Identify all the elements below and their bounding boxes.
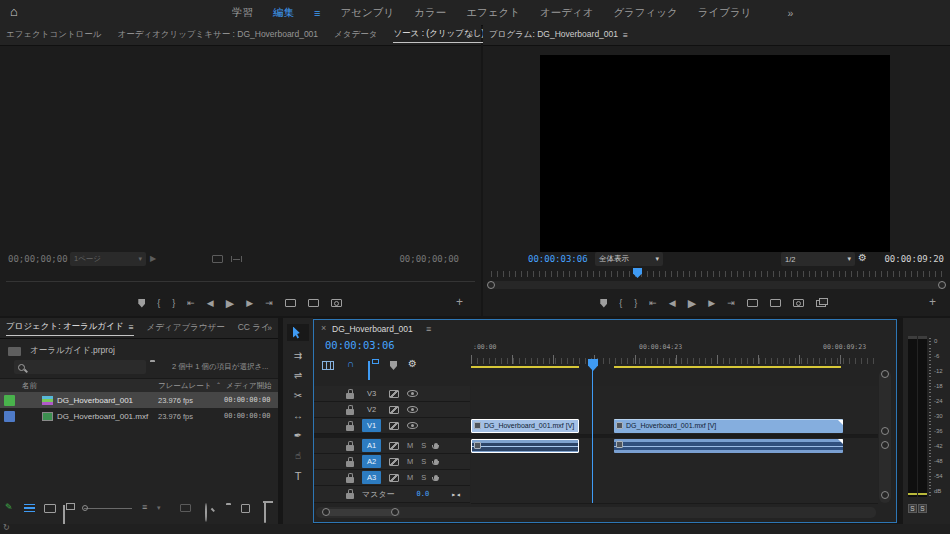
lock-icon[interactable]: [346, 493, 354, 499]
snap-icon[interactable]: ∩: [347, 358, 354, 369]
project-table-header[interactable]: 名前 フレームレート ⌃ メディア開始: [0, 378, 278, 393]
program-scroll-handle-right[interactable]: [938, 281, 946, 289]
icon-view-icon[interactable]: [44, 504, 56, 513]
add-marker-icon[interactable]: [138, 299, 145, 308]
track-lane-v3[interactable]: [471, 386, 878, 403]
menu-item-assembly[interactable]: アセンブリ: [340, 6, 394, 20]
timeline-clip-audio[interactable]: [471, 439, 579, 453]
voiceover-record-icon[interactable]: [434, 443, 438, 449]
program-ruler[interactable]: [491, 271, 942, 277]
play-icon[interactable]: ▶: [688, 298, 696, 309]
hscroll-handle-left[interactable]: [322, 508, 330, 516]
program-scroll-handle-left[interactable]: [487, 281, 495, 289]
column-framerate[interactable]: フレームレート: [158, 381, 211, 391]
tab-program[interactable]: プログラム: DG_Hoverboard_001 ≡: [489, 29, 628, 41]
mute-button[interactable]: M: [407, 457, 413, 466]
vscroll-handle[interactable]: [881, 427, 889, 435]
source-scrubber[interactable]: [6, 281, 475, 282]
razor-tool-icon[interactable]: ✂: [283, 390, 313, 401]
sync-lock-icon[interactable]: [389, 442, 399, 450]
tab-cc-libraries[interactable]: CC ライ: [238, 322, 270, 334]
track-badge[interactable]: V3: [362, 387, 381, 400]
hscroll-handle-right[interactable]: [391, 508, 399, 516]
panel-menu-icon[interactable]: ≡: [623, 30, 628, 40]
panel-menu-icon[interactable]: ≡: [129, 322, 134, 332]
track-badge[interactable]: V1: [362, 419, 381, 432]
sync-lock-icon[interactable]: [389, 458, 399, 466]
source-insert-point-icon[interactable]: [231, 256, 242, 262]
column-media-start[interactable]: メディア開始: [226, 381, 272, 391]
track-badge[interactable]: V2: [362, 403, 381, 416]
source-button-editor-icon[interactable]: +: [456, 295, 463, 309]
track-header-v1[interactable]: V1: [314, 418, 470, 434]
go-to-out-icon[interactable]: ⇥: [265, 299, 273, 308]
zoom-slider[interactable]: [84, 508, 132, 509]
column-name[interactable]: 名前: [22, 381, 37, 391]
tab-project[interactable]: プロジェクト: オーラルガイド ≡: [6, 321, 134, 336]
sync-status-icon[interactable]: ↻: [3, 523, 10, 532]
fit-icon[interactable]: ▸◂: [451, 490, 461, 499]
eye-icon[interactable]: [407, 390, 418, 397]
menu-item-learn[interactable]: 学習: [232, 6, 253, 20]
add-marker-icon[interactable]: [600, 299, 607, 308]
label-color-swatch[interactable]: [4, 411, 15, 422]
play-icon[interactable]: ▶: [226, 298, 234, 309]
workspace-menu-icon[interactable]: ≡: [314, 7, 320, 19]
source-play-disabled-icon[interactable]: ▶: [150, 254, 156, 263]
mute-button[interactable]: M: [407, 441, 413, 450]
freeform-view-icon[interactable]: [63, 505, 65, 524]
go-to-in-icon[interactable]: ⇤: [649, 299, 657, 308]
mute-button[interactable]: M: [407, 473, 413, 482]
sync-lock-icon[interactable]: [389, 390, 399, 398]
program-zoom-select[interactable]: 全体表示 ▾: [595, 252, 663, 266]
track-select-tool-icon[interactable]: ⇉: [283, 350, 313, 361]
mark-in-icon[interactable]: {: [619, 299, 622, 308]
vscroll-handle[interactable]: [881, 441, 889, 449]
add-marker-icon[interactable]: [390, 361, 397, 370]
source-settings-icon[interactable]: [212, 255, 223, 263]
tab-media-browser[interactable]: メディアブラウザー: [147, 322, 225, 334]
solo-in-place-button[interactable]: S: [908, 504, 917, 513]
vscroll-handle[interactable]: [881, 370, 889, 378]
voiceover-record-icon[interactable]: [434, 459, 438, 465]
timeline-vscrollbar[interactable]: [879, 370, 891, 503]
sync-lock-icon[interactable]: [389, 422, 399, 430]
track-lane-a2[interactable]: [471, 454, 878, 471]
step-back-icon[interactable]: ◀: [207, 299, 214, 308]
tab-source[interactable]: ソース : (クリップなし) ≡: [393, 28, 494, 43]
hand-tool-icon[interactable]: ☝: [283, 450, 313, 461]
sort-chevron-icon[interactable]: ▾: [157, 504, 161, 512]
program-resolution-select[interactable]: 1/2 ▾: [781, 252, 855, 266]
step-forward-icon[interactable]: ▶: [246, 299, 253, 308]
home-icon[interactable]: ⌂: [10, 4, 18, 19]
sort-icons-icon[interactable]: ≡: [142, 502, 147, 512]
menu-item-audio[interactable]: オーディオ: [540, 6, 593, 20]
selection-tool[interactable]: [287, 324, 309, 341]
step-forward-icon[interactable]: ▶: [708, 299, 715, 308]
lock-icon[interactable]: [346, 477, 354, 483]
tab-effect-controls[interactable]: エフェクトコントロール: [6, 29, 102, 41]
linked-selection-icon[interactable]: [368, 361, 370, 380]
export-frame-icon[interactable]: [793, 299, 804, 307]
track-lane-a3[interactable]: [471, 470, 878, 487]
item-name[interactable]: DG_Hoverboard_001: [57, 396, 133, 405]
project-file-name[interactable]: オーラルガイド.prproj: [30, 345, 115, 357]
vscroll-handle[interactable]: [881, 491, 889, 499]
track-lane-v2[interactable]: [471, 402, 878, 419]
hscroll-range[interactable]: [325, 509, 400, 516]
mark-out-icon[interactable]: }: [634, 299, 637, 308]
tab-metadata[interactable]: メタデータ: [334, 29, 377, 41]
timeline-clip-audio[interactable]: [614, 439, 843, 453]
program-scrollbar[interactable]: [487, 281, 946, 289]
track-header-a3[interactable]: A3 M S: [314, 470, 470, 486]
list-view-icon[interactable]: [24, 504, 35, 513]
solo-in-place-button[interactable]: S: [918, 504, 927, 513]
menu-item-libraries[interactable]: ライブラリ: [698, 6, 752, 20]
timeline-playhead-line[interactable]: [592, 370, 593, 503]
nest-source-icon[interactable]: [322, 361, 334, 370]
program-settings-icon[interactable]: ⚙: [858, 252, 867, 263]
track-lane-master[interactable]: [471, 486, 878, 504]
solo-button[interactable]: S: [421, 473, 426, 482]
source-page-select[interactable]: 1ページ ▾: [70, 252, 146, 266]
step-back-icon[interactable]: ◀: [669, 299, 676, 308]
